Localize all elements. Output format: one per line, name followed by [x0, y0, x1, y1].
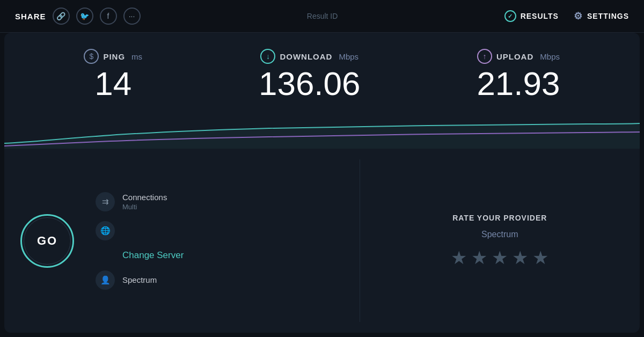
star-5[interactable]: ★ — [532, 247, 548, 268]
header-left: SHARE 🔗 🐦 f ··· — [15, 8, 141, 25]
provider-name: Spectrum — [122, 275, 157, 284]
download-label: DOWNLOAD — [280, 52, 332, 61]
change-server-button[interactable]: Change Server — [96, 250, 343, 261]
connections-icon: ⇉ — [96, 192, 115, 211]
upload-label: UPLOAD — [496, 52, 533, 61]
star-3[interactable]: ★ — [492, 247, 508, 268]
result-id: Result ID — [307, 12, 338, 20]
download-icon: ↓ — [260, 49, 275, 64]
download-unit: Mbps — [339, 52, 358, 61]
bottom-section: GO ⇉ Connections Multi 🌐 Change Server 👤… — [4, 154, 640, 333]
download-value: 136.06 — [259, 67, 361, 100]
settings-label: SETTINGS — [587, 12, 629, 20]
go-button[interactable]: GO — [20, 214, 74, 268]
stars-container: ★ ★ ★ ★ ★ — [451, 247, 548, 268]
rate-section: RATE YOUR PROVIDER Spectrum ★ ★ ★ ★ ★ — [376, 159, 624, 322]
facebook-icon[interactable]: f — [100, 8, 117, 25]
star-2[interactable]: ★ — [471, 247, 487, 268]
ping-icon: $ — [84, 49, 99, 64]
globe-icon: 🌐 — [96, 221, 115, 240]
connections-value: Multi — [122, 203, 167, 211]
user-icon: 👤 — [96, 270, 115, 290]
results-button[interactable]: ✓ RESULTS — [504, 10, 559, 22]
results-icon: ✓ — [504, 10, 516, 22]
info-section: ⇉ Connections Multi 🌐 Change Server 👤 Sp… — [96, 159, 343, 322]
star-4[interactable]: ★ — [512, 247, 528, 268]
download-metric: ↓ DOWNLOAD Mbps 136.06 — [259, 49, 361, 100]
connections-text: Connections Multi — [122, 193, 167, 211]
server-row: 🌐 — [96, 221, 343, 240]
divider — [360, 159, 360, 322]
upload-header: ↑ UPLOAD Mbps — [477, 49, 560, 64]
upload-metric: ↑ UPLOAD Mbps 21.93 — [477, 49, 560, 100]
twitter-icon[interactable]: 🐦 — [76, 8, 93, 25]
ping-header: $ PING ms — [84, 49, 142, 64]
ping-value: 14 — [94, 67, 131, 100]
more-icon[interactable]: ··· — [123, 8, 141, 25]
share-label: SHARE — [15, 12, 46, 21]
star-1[interactable]: ★ — [451, 247, 467, 268]
main-panel: $ PING ms 14 ↓ DOWNLOAD Mbps 136.06 ↑ UP… — [4, 33, 640, 333]
rate-provider: Spectrum — [481, 230, 518, 239]
ping-unit: ms — [131, 52, 142, 61]
go-label: GO — [37, 234, 57, 248]
gear-icon: ⚙ — [574, 10, 583, 22]
metrics-row: $ PING ms 14 ↓ DOWNLOAD Mbps 136.06 ↑ UP… — [4, 33, 640, 111]
ping-label: PING — [103, 52, 125, 61]
download-header: ↓ DOWNLOAD Mbps — [260, 49, 358, 64]
ping-metric: $ PING ms 14 — [84, 49, 142, 100]
settings-button[interactable]: ⚙ SETTINGS — [574, 10, 629, 22]
rate-title: RATE YOUR PROVIDER — [452, 214, 547, 222]
provider-row: 👤 Spectrum — [96, 270, 343, 290]
speed-chart — [4, 111, 640, 149]
header: SHARE 🔗 🐦 f ··· Result ID ✓ RESULTS ⚙ SE… — [0, 0, 644, 33]
connections-label: Connections — [122, 193, 167, 202]
link-icon[interactable]: 🔗 — [53, 8, 70, 25]
upload-icon: ↑ — [477, 49, 492, 64]
header-right: ✓ RESULTS ⚙ SETTINGS — [504, 10, 629, 22]
connections-row: ⇉ Connections Multi — [96, 192, 343, 211]
upload-unit: Mbps — [540, 52, 560, 61]
go-section: GO — [20, 159, 85, 322]
upload-value: 21.93 — [477, 67, 560, 100]
results-label: RESULTS — [521, 12, 559, 20]
